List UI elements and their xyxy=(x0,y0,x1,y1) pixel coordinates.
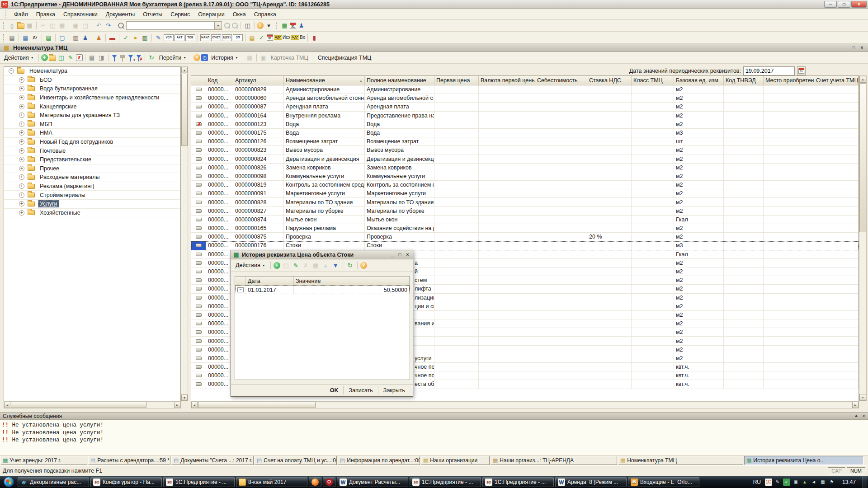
column-header-7[interactable]: Себестоимость xyxy=(535,76,587,85)
table-vertical-scrollbar[interactable]: ▲ ▼ xyxy=(859,75,867,401)
copy-value-icon[interactable]: ◫ xyxy=(282,261,290,269)
save-icon[interactable]: ▦ xyxy=(25,22,34,30)
row-state-cell[interactable] xyxy=(191,189,206,197)
tree-item-15[interactable]: +Хозяйственные xyxy=(4,209,180,218)
tray-network-icon[interactable]: ▦ xyxy=(819,479,826,486)
taskbar-button-8[interactable]: 1С1С:Предприятие - ... xyxy=(482,477,554,487)
close-button[interactable]: × xyxy=(851,1,867,8)
dialog-close-icon[interactable]: × xyxy=(404,252,411,258)
language-indicator[interactable]: RU xyxy=(752,479,762,485)
taskbar-button-7[interactable]: 1С1С:Предприятие - ... xyxy=(410,477,481,487)
find-next-icon[interactable] xyxy=(224,22,231,29)
row-state-cell[interactable] xyxy=(191,319,206,328)
expand-icon[interactable]: + xyxy=(19,157,24,162)
write-button[interactable]: Записать xyxy=(343,386,377,394)
row-state-cell[interactable] xyxy=(191,354,206,362)
copy-item-icon[interactable]: ◫ xyxy=(57,54,66,62)
partners-icon[interactable]: ♟ xyxy=(81,33,90,42)
table-row-13[interactable]: 00000...0000000828Материалы по ТО здания… xyxy=(191,198,859,206)
row-state-cell[interactable] xyxy=(191,85,206,94)
cart-icon[interactable]: ▤ xyxy=(248,33,256,42)
window-tab-1[interactable]: ▤Расчеты с арендатора...:59 * xyxy=(88,456,170,465)
history-menu-button[interactable]: История▼ xyxy=(209,54,240,62)
expand-icon[interactable]: + xyxy=(19,148,24,154)
tree-item-8[interactable]: +Почтовые xyxy=(4,146,180,155)
info-dropdown-icon[interactable]: ▾ xyxy=(264,22,273,30)
row-state-cell[interactable] xyxy=(191,146,206,154)
menu-item-1[interactable]: Правка xyxy=(32,10,59,19)
window-tab-5[interactable]: ▦Наши организации xyxy=(421,456,490,465)
row-state-cell[interactable] xyxy=(191,337,206,345)
table-row-0[interactable]: 00000...0000000829АдминистрированиеАдмин… xyxy=(191,85,859,94)
tray-shield-icon[interactable]: ✓ xyxy=(783,479,790,486)
dialog-column-header-2[interactable]: Значение xyxy=(294,277,410,285)
refresh-icon[interactable]: ↻ xyxy=(346,261,354,269)
row-state-cell[interactable] xyxy=(191,311,206,319)
messages-close-icon[interactable]: × xyxy=(862,413,865,419)
coins-icon[interactable]: ● xyxy=(131,33,140,42)
tree-item-3[interactable]: +Канцелярские xyxy=(4,102,180,111)
help-icon[interactable]: ? xyxy=(360,262,367,269)
user-permissions-icon[interactable]: ♟ xyxy=(297,22,306,30)
tree-item-root[interactable]: −Номенклатура xyxy=(4,67,180,76)
windows-icon[interactable]: ◫ xyxy=(243,22,252,30)
row-state-cell[interactable] xyxy=(191,164,206,172)
expand-icon[interactable]: + xyxy=(19,201,24,206)
row-state-cell[interactable] xyxy=(191,241,206,249)
maximize-button[interactable]: □ xyxy=(838,1,850,8)
paste-icon[interactable]: ▤ xyxy=(58,22,66,30)
service-message-0[interactable]: !! Не установлена цена услуги! xyxy=(2,422,868,429)
periodic-date-input[interactable] xyxy=(743,66,795,75)
tree-item-2[interactable]: +Инвентарь и хозяйственные принадлежност… xyxy=(4,94,180,103)
dialog-actions-menu-button[interactable]: Действия▼ xyxy=(233,261,268,269)
menu-item-3[interactable]: Документы xyxy=(102,10,139,19)
go-menu-button[interactable]: Перейти▼ xyxy=(157,54,189,62)
window-tab-7[interactable]: ▦Номенклатура ТМЦ xyxy=(618,456,743,465)
delete-item-icon[interactable]: ✗ xyxy=(76,54,83,61)
cabinet-icon[interactable]: ▥ xyxy=(141,33,149,42)
row-state-cell[interactable] xyxy=(191,259,206,267)
table-row-10[interactable]: 00000...0000000098Коммунальные услугиКом… xyxy=(191,172,859,181)
window-tab-6[interactable]: ▦Наши организ...: ТЦ-АРЕНДА xyxy=(491,456,617,465)
tray-1c-icon[interactable]: 1С xyxy=(765,479,772,486)
open-folder-icon[interactable] xyxy=(17,23,24,29)
table-row-14[interactable]: 00000...0000000827Материалы по уборкеМат… xyxy=(191,207,859,216)
filter-menu-icon[interactable]: ▾ xyxy=(127,54,134,61)
window-tab-4[interactable]: ▤Информация по арендат...:00 xyxy=(338,456,420,465)
refresh-icon[interactable]: ↻ xyxy=(147,54,156,62)
row-state-cell[interactable] xyxy=(191,172,206,180)
search-input[interactable] xyxy=(127,23,214,29)
search-icon[interactable] xyxy=(118,22,124,29)
row-state-cell[interactable] xyxy=(191,267,206,276)
tree-scroll-thumb[interactable] xyxy=(181,74,188,146)
taskbar-button-0[interactable]: eДекоративные рас... xyxy=(18,477,89,487)
tree-item-4[interactable]: +Материалы для украшения ТЗ xyxy=(4,111,180,120)
tree-item-11[interactable]: +Расходные материалы xyxy=(4,173,180,182)
column-header-1[interactable]: Код xyxy=(206,76,233,85)
column-header-10[interactable]: Базовая ед. изм. xyxy=(674,76,724,85)
row-state-cell[interactable] xyxy=(191,294,206,302)
filter-by-value-icon[interactable] xyxy=(119,54,126,61)
table-row-6[interactable]: 00000...0000000126Возмещение затратВозме… xyxy=(191,137,859,146)
tray-pencil-icon[interactable]: ✎ xyxy=(774,479,781,486)
taskbar-button-3[interactable]: 8-кая май 2017 xyxy=(236,477,307,487)
row-state-cell[interactable] xyxy=(191,207,206,215)
table-row-12[interactable]: 00000...0000000091Маркетинговые услугиМа… xyxy=(191,189,859,198)
table-row-7[interactable]: 00000...0000000823Вывоз мусораВывоз мусо… xyxy=(191,146,859,155)
close-dialog-button[interactable]: Закрыть xyxy=(378,386,410,394)
expand-icon[interactable]: + xyxy=(19,183,24,189)
taskbar-button-5[interactable]: O xyxy=(323,477,335,487)
help-icon[interactable]: ? xyxy=(193,54,200,61)
dialog-maximize-icon[interactable]: □ xyxy=(396,252,403,258)
doc-zp-icon[interactable]: ЗП xyxy=(233,34,243,41)
menu-item-6[interactable]: Операции xyxy=(194,10,228,19)
expand-icon[interactable]: + xyxy=(19,122,24,127)
minimize-button[interactable]: – xyxy=(824,1,837,8)
expand-icon[interactable]: + xyxy=(19,130,24,136)
tree-item-1[interactable]: +Вода бутилированная xyxy=(4,84,180,94)
table-row-8[interactable]: 00000...0000000824Дератизация и дезинсек… xyxy=(191,155,859,164)
new-document-icon[interactable]: ▯ xyxy=(8,22,16,30)
dialog-history-row[interactable]: ~01.01.201750,50000 xyxy=(235,286,410,294)
window-tab-3[interactable]: ▤Счет на оплату ТМЦ и ус...:00 xyxy=(255,456,337,465)
posting-dt-kt-icon[interactable]: Дт xyxy=(31,33,39,42)
